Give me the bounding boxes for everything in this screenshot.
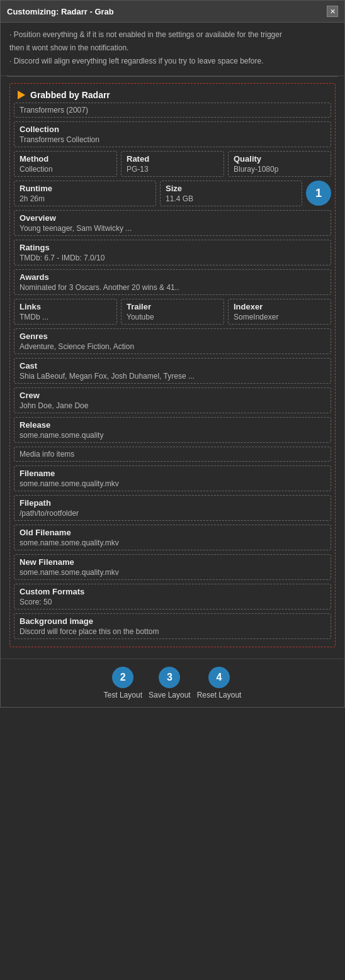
- ratings-value: TMDb: 6.7 - IMDb: 7.0/10: [20, 253, 325, 262]
- badge-1: 1: [306, 181, 331, 206]
- trailer-label: Trailer: [127, 302, 218, 311]
- filename-label: Filename: [20, 469, 325, 478]
- quality-label: Quality: [234, 154, 325, 164]
- filepath-field: Filepath /path/to/rootfolder: [14, 495, 331, 521]
- method-field: Method Collection: [14, 151, 117, 177]
- content-area: Grabbed by Radarr Transformers (2007) Co…: [1, 77, 344, 659]
- cast-label: Cast: [20, 361, 325, 370]
- filename-field: Filename some.name.some.quality.mkv: [14, 465, 331, 491]
- save-layout-label: Save Layout: [149, 691, 191, 699]
- size-field: Size 11.4 GB: [160, 181, 302, 206]
- links-label: Links: [20, 302, 111, 311]
- trailer-field: Trailer Youtube: [121, 299, 224, 325]
- background-field: Background image Discord will force plac…: [14, 613, 331, 639]
- old-filename-field: Old Filename some.name.some.quality.mkv: [14, 525, 331, 550]
- ratings-label: Ratings: [20, 243, 325, 252]
- release-field: Release some.name.some.quality: [14, 417, 331, 443]
- info-line1: · Position everything & if it is not ena…: [9, 29, 336, 41]
- custom-formats-field: Custom Formats Score: 50: [14, 584, 331, 610]
- custom-formats-value: Score: 50: [20, 598, 325, 606]
- genres-value: Adventure, Science Fiction, Action: [20, 342, 325, 351]
- collection-label: Collection: [20, 125, 325, 134]
- grabbed-label: Grabbed by Radarr: [30, 90, 110, 100]
- info-line2: then it wont show in the notification.: [9, 42, 336, 54]
- release-label: Release: [20, 420, 325, 430]
- test-layout-button[interactable]: 2 Test Layout: [104, 667, 142, 699]
- new-filename-value: some.name.some.quality.mkv: [20, 568, 325, 577]
- title-bar: Customizing: Radarr - Grab ✕: [1, 1, 344, 23]
- rated-field: Rated PG-13: [121, 151, 224, 177]
- test-layout-label: Test Layout: [104, 691, 142, 699]
- old-filename-value: some.name.some.quality.mkv: [20, 538, 325, 547]
- collection-field: Collection Transformers Collection: [14, 121, 331, 147]
- crew-label: Crew: [20, 391, 325, 400]
- title-field: Transformers (2007): [14, 103, 331, 118]
- old-filename-label: Old Filename: [20, 528, 325, 537]
- filepath-value: /path/to/rootfolder: [20, 509, 325, 518]
- test-layout-badge: 2: [112, 667, 133, 688]
- quality-value: Bluray-1080p: [234, 165, 325, 174]
- reset-layout-button[interactable]: 4 Reset Layout: [197, 667, 242, 699]
- awards-value: Nominated for 3 Oscars. Another 20 wins …: [20, 283, 325, 292]
- indexer-label: Indexer: [234, 302, 325, 311]
- quality-field: Quality Bluray-1080p: [228, 151, 331, 177]
- runtime-value: 2h 26m: [20, 194, 150, 203]
- overview-label: Overview: [20, 213, 325, 223]
- indexer-value: SomeIndexer: [234, 313, 325, 321]
- size-value: 11.4 GB: [166, 194, 297, 203]
- overview-field: Overview Young teenager, Sam Witwicky ..…: [14, 210, 331, 236]
- overview-value: Young teenager, Sam Witwicky ...: [20, 224, 325, 233]
- release-value: some.name.some.quality: [20, 431, 325, 440]
- rated-value: PG-13: [127, 165, 218, 174]
- info-line3: · Discord will align everything left reg…: [9, 55, 336, 67]
- preview-container: Grabbed by Radarr Transformers (2007) Co…: [9, 83, 336, 647]
- runtime-size-row: Runtime 2h 26m Size 11.4 GB 1: [14, 181, 331, 206]
- method-rated-quality-row: Method Collection Rated PG-13 Quality Bl…: [14, 151, 331, 177]
- links-trailer-indexer-row: Links TMDb ... Trailer Youtube Indexer S…: [14, 299, 331, 325]
- new-filename-label: New Filename: [20, 557, 325, 567]
- background-label: Background image: [20, 616, 325, 626]
- window: Customizing: Radarr - Grab ✕ · Position …: [0, 0, 345, 708]
- footer: 2 Test Layout 3 Save Layout 4 Reset Layo…: [1, 659, 344, 707]
- title-value: Transformers (2007): [20, 106, 325, 114]
- custom-formats-label: Custom Formats: [20, 587, 325, 596]
- new-filename-field: New Filename some.name.some.quality.mkv: [14, 554, 331, 580]
- media-info-value: Media info items: [20, 450, 325, 459]
- size-label: Size: [166, 184, 297, 193]
- filepath-label: Filepath: [20, 498, 325, 508]
- reset-layout-badge: 4: [208, 667, 230, 688]
- grabbed-header: Grabbed by Radarr: [14, 87, 331, 103]
- rated-label: Rated: [127, 154, 218, 164]
- save-layout-badge: 3: [159, 667, 180, 688]
- collection-value: Transformers Collection: [20, 135, 325, 144]
- awards-field: Awards Nominated for 3 Oscars. Another 2…: [14, 269, 331, 295]
- runtime-label: Runtime: [20, 184, 150, 193]
- media-info-field: Media info items: [14, 447, 331, 462]
- indexer-field: Indexer SomeIndexer: [228, 299, 331, 325]
- trailer-value: Youtube: [127, 313, 218, 321]
- crew-value: John Doe, Jane Doe: [20, 401, 325, 410]
- cast-value: Shia LaBeouf, Megan Fox, Josh Duhamel, T…: [20, 372, 325, 381]
- genres-label: Genres: [20, 331, 325, 341]
- cast-field: Cast Shia LaBeouf, Megan Fox, Josh Duham…: [14, 358, 331, 384]
- crew-field: Crew John Doe, Jane Doe: [14, 387, 331, 413]
- awards-label: Awards: [20, 272, 325, 282]
- window-title: Customizing: Radarr - Grab: [7, 7, 114, 16]
- info-box: · Position everything & if it is not ena…: [1, 23, 344, 76]
- genres-field: Genres Adventure, Science Fiction, Actio…: [14, 328, 331, 354]
- save-layout-button[interactable]: 3 Save Layout: [149, 667, 191, 699]
- method-value: Collection: [20, 165, 111, 174]
- ratings-field: Ratings TMDb: 6.7 - IMDb: 7.0/10: [14, 240, 331, 265]
- play-icon: [18, 91, 25, 99]
- runtime-field: Runtime 2h 26m: [14, 181, 156, 206]
- filename-value: some.name.some.quality.mkv: [20, 479, 325, 488]
- method-label: Method: [20, 154, 111, 164]
- close-button[interactable]: ✕: [327, 6, 338, 17]
- links-field: Links TMDb ...: [14, 299, 117, 325]
- links-value: TMDb ...: [20, 313, 111, 321]
- reset-layout-label: Reset Layout: [197, 691, 242, 699]
- background-value: Discord will force place this on the bot…: [20, 627, 325, 636]
